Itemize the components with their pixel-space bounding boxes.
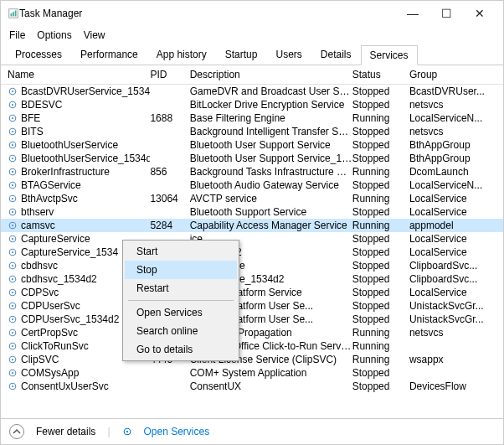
service-status: Stopped: [352, 85, 409, 97]
service-row[interactable]: BthAvctpSvc13064AVCTP serviceRunningLoca…: [1, 192, 503, 205]
service-row[interactable]: BFE1688Base Filtering EngineRunningLocal…: [1, 111, 503, 125]
service-name: CDPSvc: [21, 287, 59, 298]
service-name: BTAGService: [21, 179, 81, 191]
gear-icon: [8, 140, 18, 150]
svg-point-5: [12, 91, 13, 92]
gear-icon: [8, 354, 18, 365]
tab-app-history[interactable]: App history: [147, 44, 216, 65]
gear-icon: [8, 247, 18, 257]
service-row[interactable]: CaptureServiceiceStoppedLocalService: [1, 232, 503, 246]
service-row[interactable]: bthservBluetooth Support ServiceStoppedL…: [1, 205, 503, 219]
svg-point-39: [12, 318, 13, 320]
open-services-link[interactable]: Open Services: [144, 426, 210, 437]
service-row[interactable]: BTAGServiceBluetooth Audio Gateway Servi…: [1, 179, 503, 192]
ctx-go-to-details[interactable]: Go to details: [125, 340, 237, 359]
service-name: CaptureService: [21, 233, 90, 245]
service-status: Stopped: [352, 367, 409, 379]
ctx-stop[interactable]: Stop: [125, 261, 237, 279]
service-row[interactable]: BITSBackground Intelligent Transfer Serv…: [1, 125, 503, 138]
service-row[interactable]: BluetoothUserServiceBluetooth User Suppo…: [1, 138, 503, 152]
service-description: Bluetooth User Support Service_153...: [190, 153, 352, 164]
header-pid[interactable]: PID: [150, 69, 189, 80]
service-row[interactable]: CertPropSvc2248Certificate PropagationRu…: [1, 326, 503, 339]
service-pid: [150, 126, 189, 137]
svg-point-35: [12, 292, 13, 293]
close-button[interactable]: ✕: [463, 7, 496, 20]
service-row[interactable]: CDPUserSvc_1534d2Devices Platform User S…: [1, 313, 503, 326]
service-name: BFE: [21, 112, 40, 124]
menu-options[interactable]: Options: [37, 29, 71, 41]
gear-icon: [8, 368, 18, 378]
service-group: LocalService: [409, 287, 496, 298]
ctx-open-services[interactable]: Open Services: [125, 303, 237, 322]
service-pid: [150, 99, 189, 111]
minimize-button[interactable]: —: [396, 7, 429, 20]
service-row[interactable]: camsvc5284Capability Access Manager Serv…: [1, 219, 503, 232]
tab-details[interactable]: Details: [311, 44, 361, 65]
ctx-start[interactable]: Start: [125, 242, 237, 261]
fewer-details-button[interactable]: Fewer details: [36, 426, 95, 437]
maximize-button[interactable]: ☐: [429, 7, 463, 20]
header-description[interactable]: Description: [190, 69, 352, 80]
tab-performance[interactable]: Performance: [71, 44, 147, 65]
service-row[interactable]: ClickToRunSvc2368Microsoft Office Click-…: [1, 339, 503, 353]
service-name: CDPUserSvc: [21, 300, 80, 312]
service-group: netsvcs: [409, 126, 496, 137]
service-group: ClipboardSvc...: [409, 260, 496, 272]
service-group: wsappx: [409, 354, 496, 365]
header-name[interactable]: Name: [8, 69, 150, 80]
service-row[interactable]: CDPUserSvcDevices Platform User Se...Sto…: [1, 299, 503, 313]
service-status: Running: [352, 193, 409, 204]
service-row[interactable]: CaptureService_1534ice_1534d2StoppedLoca…: [1, 246, 503, 259]
service-row[interactable]: BcastDVRUserService_1534d2GameDVR and Br…: [1, 85, 503, 98]
svg-point-9: [12, 117, 13, 119]
service-pid: [150, 139, 189, 151]
service-status: Running: [352, 220, 409, 231]
service-description: Capability Access Manager Service: [190, 220, 352, 231]
service-row[interactable]: BrokerInfrastructure856Background Tasks …: [1, 165, 503, 179]
menubar: File Options View: [1, 26, 503, 44]
service-group: LocalService: [409, 246, 496, 258]
service-row[interactable]: COMSysAppCOM+ System ApplicationStopped: [1, 366, 503, 380]
tab-users[interactable]: Users: [266, 44, 311, 65]
ctx-restart[interactable]: Restart: [125, 279, 237, 298]
service-name: CertPropSvc: [21, 327, 78, 339]
tab-services[interactable]: Services: [361, 45, 418, 65]
header-group[interactable]: Group: [409, 69, 496, 80]
service-group: LocalService: [409, 193, 496, 204]
service-row[interactable]: CDPSvcDevices Platform ServiceStoppedLoc…: [1, 286, 503, 299]
service-name: BluetoothUserService: [21, 139, 118, 151]
service-pid: [150, 153, 189, 164]
service-status: Stopped: [352, 206, 409, 218]
service-row[interactable]: ClipSVC4440Client License Service (ClipS…: [1, 353, 503, 366]
titlebar: Task Manager — ☐ ✕: [1, 1, 503, 26]
menu-view[interactable]: View: [84, 29, 105, 41]
menu-separator: [128, 300, 234, 301]
svg-point-51: [126, 431, 127, 432]
tab-startup[interactable]: Startup: [216, 44, 267, 65]
divider: |: [107, 426, 110, 437]
service-status: Running: [352, 112, 409, 124]
service-row[interactable]: ConsentUxUserSvcConsentUXStoppedDevicesF…: [1, 380, 503, 393]
service-row[interactable]: cbdhsvcJser ServiceStoppedClipboardSvc..…: [1, 259, 503, 272]
chevron-up-icon[interactable]: [9, 424, 24, 439]
menu-file[interactable]: File: [9, 29, 25, 41]
ctx-search-online[interactable]: Search online: [125, 322, 237, 340]
service-row[interactable]: cbdhsvc_1534d2Jser Service_1534d2Stopped…: [1, 272, 503, 286]
tab-processes[interactable]: Processes: [6, 44, 71, 65]
service-status: Stopped: [352, 99, 409, 111]
service-name: ClipSVC: [21, 354, 59, 365]
service-group: BthAppGroup: [409, 139, 496, 151]
service-status: Running: [352, 340, 409, 352]
service-row[interactable]: BluetoothUserService_1534d2Bluetooth Use…: [1, 152, 503, 165]
service-pid: [150, 206, 189, 218]
service-description: Bluetooth Support Service: [190, 206, 352, 218]
service-status: Stopped: [352, 273, 409, 285]
gear-icon: [8, 113, 18, 123]
header-status[interactable]: Status: [352, 69, 409, 80]
service-group: ClipboardSvc...: [409, 273, 496, 285]
service-name: BrokerInfrastructure: [21, 166, 110, 178]
service-group: BthAppGroup: [409, 153, 496, 164]
service-row[interactable]: BDESVCBitLocker Drive Encryption Service…: [1, 98, 503, 111]
service-pid: 856: [150, 166, 189, 178]
